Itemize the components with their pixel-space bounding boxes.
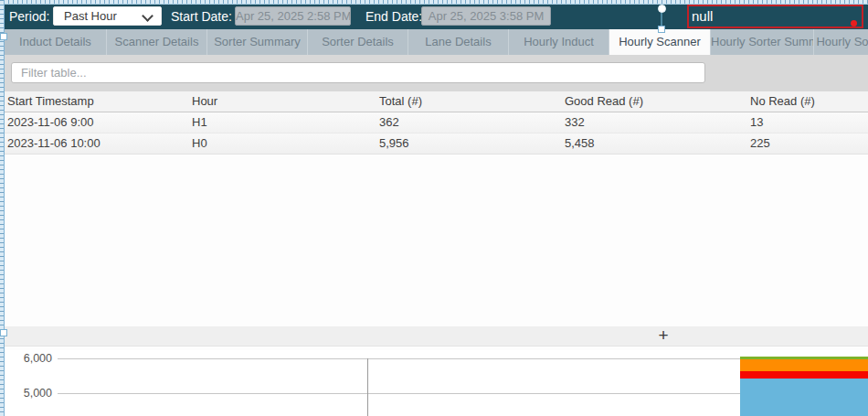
table-row[interactable]: 2023-11-06 10:00 H0 5,956 5,458 225 xyxy=(0,133,868,155)
tab-scanner-details[interactable]: Scanner Details xyxy=(107,29,207,55)
selection-handle[interactable] xyxy=(0,329,7,336)
filter-bar xyxy=(0,55,868,91)
error-overlay-text: null xyxy=(692,8,713,24)
table-empty-area xyxy=(0,155,868,326)
selection-anchor-handle[interactable] xyxy=(658,5,666,13)
cell-start-timestamp: 2023-11-06 9:00 xyxy=(0,112,185,133)
cell-no-read: 13 xyxy=(743,112,868,133)
end-date-input[interactable]: Apr 25, 2025 3:58 PM xyxy=(421,6,551,26)
bar-segment xyxy=(740,371,868,379)
bar-segment xyxy=(740,379,868,416)
bar-segment xyxy=(740,359,868,371)
selection-handle[interactable] xyxy=(0,33,7,40)
error-overlay-box: null xyxy=(687,5,863,28)
table-footer-strip: + xyxy=(0,326,868,347)
filter-table-input[interactable] xyxy=(11,62,705,83)
dashboard-root: Period: Past Hour Start Date: Apr 25, 20… xyxy=(0,0,868,416)
cell-total: 5,956 xyxy=(372,133,557,154)
selection-handle[interactable] xyxy=(658,26,665,33)
cell-good-read: 5,458 xyxy=(557,133,743,154)
column-header-total[interactable]: Total (#) xyxy=(372,91,557,112)
cell-start-timestamp: 2023-11-06 10:00 xyxy=(0,133,185,154)
tab-hourly-sorter[interactable]: Hourly Sort xyxy=(814,29,868,55)
cell-hour: H1 xyxy=(185,112,372,133)
end-date-label: End Date: xyxy=(365,4,422,29)
table-header: Start Timestamp Hour Total (#) Good Read… xyxy=(0,91,868,112)
cell-good-read: 332 xyxy=(557,112,743,133)
y-axis-tick-5000: 5,000 xyxy=(13,387,52,400)
chart-vertical-divider xyxy=(367,358,368,416)
cell-hour: H0 xyxy=(185,133,372,154)
cell-no-read: 225 xyxy=(743,133,868,154)
tab-sorter-summary[interactable]: Sorter Summary xyxy=(207,29,308,55)
column-header-good-read[interactable]: Good Read (#) xyxy=(557,91,743,112)
designer-ruler-left xyxy=(0,0,5,416)
start-date-label: Start Date: xyxy=(171,4,232,29)
tab-lane-details[interactable]: Lane Details xyxy=(408,29,509,55)
error-dot-icon xyxy=(851,20,857,27)
table-row[interactable]: 2023-11-06 9:00 H1 362 332 13 xyxy=(0,112,868,133)
chevron-down-icon xyxy=(142,10,153,22)
period-dropdown-value: Past Hour xyxy=(64,9,117,23)
add-button[interactable]: + xyxy=(652,326,674,346)
period-dropdown[interactable]: Past Hour xyxy=(53,6,162,26)
column-header-no-read[interactable]: No Read (#) xyxy=(743,91,868,112)
tab-induct-details[interactable]: Induct Details xyxy=(5,29,107,55)
column-header-hour[interactable]: Hour xyxy=(185,91,372,112)
tab-sorter-details[interactable]: Sorter Details xyxy=(308,29,408,55)
tab-hourly-induct[interactable]: Hourly Induct xyxy=(509,29,609,55)
cell-total: 362 xyxy=(372,112,557,133)
tab-bar: Induct Details Scanner Details Sorter Su… xyxy=(0,29,868,55)
hourly-scanner-chart: 6,000 5,000 xyxy=(0,350,868,416)
stacked-bar[interactable] xyxy=(740,357,868,416)
tab-hourly-scanner[interactable]: Hourly Scanner xyxy=(609,29,711,55)
period-label: Period: xyxy=(9,4,49,29)
start-date-input[interactable]: Apr 25, 2025 2:58 PM xyxy=(235,6,351,26)
column-header-start-timestamp[interactable]: Start Timestamp xyxy=(0,91,185,112)
y-axis-tick-6000: 6,000 xyxy=(13,352,52,365)
tab-hourly-sorter-summary[interactable]: Hourly Sorter Summar xyxy=(711,29,814,55)
